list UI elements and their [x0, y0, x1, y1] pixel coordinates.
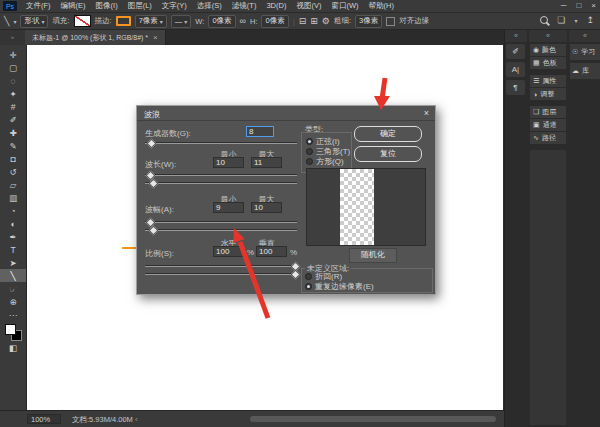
- tool-preset-caret-icon[interactable]: ▾: [13, 18, 16, 25]
- wave-type-option[interactable]: 三角形(T): [306, 146, 351, 156]
- gradient-tool-icon[interactable]: ▥: [0, 191, 26, 204]
- menu-item[interactable]: 滤镜(T): [227, 0, 262, 12]
- collapse-panels-icon[interactable]: «: [505, 30, 527, 42]
- width-input[interactable]: 0像素: [208, 15, 235, 28]
- scale-vertical-input[interactable]: 100: [256, 246, 287, 257]
- stroke-style-select[interactable]: — ▾: [171, 15, 192, 28]
- slider-thumb[interactable]: [291, 270, 301, 280]
- collapse-panels-icon[interactable]: «: [569, 30, 600, 42]
- share-icon[interactable]: ↥: [586, 15, 594, 25]
- hand-tool-icon[interactable]: ☞: [0, 282, 26, 295]
- eraser-tool-icon[interactable]: ▱: [0, 178, 26, 191]
- marquee-tool-icon[interactable]: ▢: [0, 61, 26, 74]
- zoom-tool-icon[interactable]: ⊕: [0, 295, 26, 308]
- paths-panel-tab[interactable]: ∿路径: [530, 132, 566, 144]
- clone-stamp-tool-icon[interactable]: ◘: [0, 152, 26, 165]
- eyedropper-tool-icon[interactable]: ✐: [0, 113, 26, 126]
- menu-item[interactable]: 帮助(H): [364, 0, 399, 12]
- shape-mode-select[interactable]: 形状 ▾: [20, 15, 48, 28]
- maximize-icon[interactable]: □: [576, 0, 581, 12]
- undefined-area-option[interactable]: 重复边缘像素(E): [305, 281, 374, 291]
- dialog-titlebar[interactable]: 波浪 ×: [137, 106, 435, 121]
- path-operations-icon[interactable]: ⊟: [299, 16, 307, 26]
- align-edges-checkbox[interactable]: [386, 17, 395, 26]
- quick-mask-icon[interactable]: ◧: [0, 341, 26, 354]
- dodge-tool-icon[interactable]: ◐: [0, 217, 26, 230]
- history-brush-tool-icon[interactable]: ↺: [0, 165, 26, 178]
- scale-vertical-slider[interactable]: [145, 273, 297, 275]
- reset-button[interactable]: 复位: [354, 146, 422, 162]
- scale-horizontal-input[interactable]: 100: [213, 246, 244, 257]
- menu-item[interactable]: 图像(I): [91, 0, 123, 12]
- channels-panel-tab[interactable]: ▣通道: [530, 119, 566, 131]
- fill-swatch[interactable]: [74, 15, 91, 27]
- paragraph-panel-icon[interactable]: ¶: [506, 80, 525, 95]
- type-tool-icon[interactable]: T: [0, 243, 26, 256]
- ok-button[interactable]: 确定: [354, 126, 422, 142]
- minimize-icon[interactable]: ─: [561, 0, 567, 12]
- wavelength-min-input[interactable]: 10: [213, 157, 244, 168]
- blur-tool-icon[interactable]: ◔: [0, 204, 26, 217]
- path-alignment-icon[interactable]: ⊞: [310, 16, 318, 26]
- wave-type-option[interactable]: 方形(Q): [306, 156, 351, 166]
- generators-input[interactable]: 8: [246, 126, 274, 137]
- randomize-button[interactable]: 随机化: [349, 248, 397, 263]
- adjustments-panel-tab[interactable]: ◑调整: [530, 88, 566, 100]
- line-tool-icon[interactable]: ╲: [0, 269, 26, 282]
- quick-selection-tool-icon[interactable]: ✦: [0, 87, 26, 100]
- radio-icon[interactable]: [306, 148, 313, 155]
- undefined-area-option[interactable]: 折回(R): [305, 271, 374, 281]
- status-arrows-icon[interactable]: › ‹: [122, 415, 142, 424]
- wavelength-max-input[interactable]: 11: [251, 157, 282, 168]
- tab-close-icon[interactable]: ×: [153, 33, 158, 42]
- menu-item[interactable]: 文件(F): [21, 0, 56, 12]
- stroke-width-select[interactable]: 7像素 ▾: [135, 15, 167, 28]
- path-selection-tool-icon[interactable]: ➤: [0, 256, 26, 269]
- stroke-swatch[interactable]: [116, 16, 131, 26]
- character-panel-icon[interactable]: A|: [506, 62, 525, 77]
- foreground-color-swatch[interactable]: [5, 324, 16, 335]
- menu-item[interactable]: 图层(L): [123, 0, 157, 12]
- menu-item[interactable]: 选择(S): [192, 0, 227, 12]
- collapse-panels-icon[interactable]: «: [529, 30, 567, 42]
- amplitude-max-slider[interactable]: [145, 229, 297, 231]
- menu-item[interactable]: 编辑(E): [56, 0, 91, 12]
- workspace-icon[interactable]: ❏: [557, 15, 565, 25]
- close-window-icon[interactable]: ×: [591, 0, 596, 12]
- menu-item[interactable]: 窗口(W): [326, 0, 363, 12]
- color-panel-tab[interactable]: ◉颜色: [530, 44, 566, 56]
- scale-horizontal-slider[interactable]: [145, 265, 297, 267]
- zoom-level-field[interactable]: 100%: [27, 414, 61, 424]
- swatches-panel-tab[interactable]: ▦色板: [530, 57, 566, 69]
- weight-input[interactable]: 3像素: [355, 15, 382, 28]
- amplitude-min-slider[interactable]: [145, 221, 297, 223]
- document-tab[interactable]: 未标题-1 @ 100% (形状 1, RGB/8#) * ×: [25, 30, 166, 45]
- brush-tool-icon[interactable]: ✎: [0, 139, 26, 152]
- properties-panel-tab[interactable]: ☰属性: [530, 75, 566, 87]
- wavelength-max-slider[interactable]: [145, 182, 297, 184]
- pen-tool-icon[interactable]: ✒: [0, 230, 26, 243]
- learn-panel-tab[interactable]: ☉学习: [570, 44, 600, 60]
- wavelength-min-slider[interactable]: [145, 174, 297, 176]
- radio-icon[interactable]: [306, 158, 313, 165]
- slider-thumb[interactable]: [147, 139, 157, 149]
- dialog-close-icon[interactable]: ×: [424, 108, 429, 118]
- edit-toolbar-icon[interactable]: ⋯: [0, 308, 26, 321]
- gear-icon[interactable]: ⚙: [322, 16, 330, 26]
- lasso-tool-icon[interactable]: ◌: [0, 74, 26, 87]
- radio-icon[interactable]: [305, 283, 312, 290]
- menu-item[interactable]: 3D(D): [261, 0, 291, 12]
- wave-type-option[interactable]: 正弦(I): [306, 136, 351, 146]
- radio-icon[interactable]: [306, 138, 313, 145]
- amplitude-min-input[interactable]: 9: [213, 202, 244, 213]
- current-tool-icon[interactable]: ╲: [4, 16, 9, 26]
- toolbar-collapse-icon[interactable]: »: [0, 30, 25, 45]
- horizontal-scrollbar[interactable]: [250, 416, 496, 422]
- crop-tool-icon[interactable]: #: [0, 100, 26, 113]
- move-tool-icon[interactable]: ✛: [0, 48, 26, 61]
- radio-icon[interactable]: [305, 273, 312, 280]
- menu-item[interactable]: 视图(V): [291, 0, 326, 12]
- healing-brush-tool-icon[interactable]: ✚: [0, 126, 26, 139]
- chevron-down-icon[interactable]: ▾: [574, 17, 577, 24]
- height-input[interactable]: 0像素: [261, 15, 288, 28]
